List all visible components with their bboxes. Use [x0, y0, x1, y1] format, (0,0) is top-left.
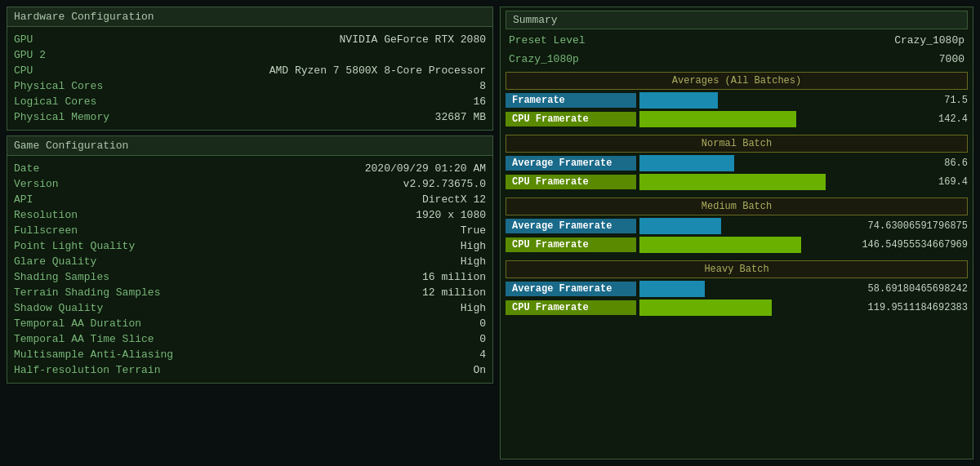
game-value: DirectX 12 — [422, 193, 486, 206]
game-row: Half-resolution TerrainOn — [14, 362, 486, 378]
game-value: High — [461, 255, 486, 268]
game-label: Temporal AA Time Slice — [14, 333, 154, 345]
crazy-value: 7000 — [939, 53, 964, 65]
game-value: 0 — [479, 333, 486, 345]
bar-fill — [639, 218, 721, 234]
hw-value: 16 — [473, 95, 486, 108]
bar-row: Average Framerate 86.6 — [506, 155, 968, 171]
right-panel: Summary Preset Level Crazy_1080p Crazy_1… — [500, 7, 973, 459]
hw-value: NVIDIA GeForce RTX 2080 — [340, 33, 486, 46]
game-value: 1920 x 1080 — [416, 209, 486, 221]
bar-label: CPU Framerate — [506, 300, 636, 315]
bar-row: Framerate 71.5 — [506, 92, 968, 109]
game-content: Date2020/09/29 01:20 AMVersionv2.92.7367… — [7, 156, 492, 383]
game-label: Version — [14, 178, 59, 190]
game-section: Game Configuration Date2020/09/29 01:20 … — [7, 135, 493, 384]
game-row: Terrain Shading Samples12 million — [14, 285, 486, 300]
game-row: Multisample Anti-Aliasing4 — [14, 347, 486, 362]
game-row: Temporal AA Time Slice0 — [14, 331, 486, 347]
game-value: High — [461, 302, 486, 314]
hw-value: 8 — [479, 80, 486, 92]
bar-fill — [639, 300, 772, 316]
bar-track — [639, 111, 826, 127]
bar-value: 169.4 — [829, 176, 968, 188]
game-value: High — [461, 240, 486, 252]
game-value: 16 million — [422, 271, 486, 283]
hardware-header: Hardware Configuration — [7, 7, 492, 27]
game-row: Temporal AA Duration0 — [14, 316, 486, 331]
bar-value: 58.69180465698242 — [829, 283, 968, 295]
normal-section: Normal Batch Average Framerate 86.6 CPU … — [506, 135, 968, 193]
bar-label: Average Framerate — [506, 219, 636, 233]
heavy-section: Heavy Batch Average Framerate 58.6918046… — [506, 260, 968, 318]
hw-label: GPU 2 — [14, 49, 46, 61]
normal-bars: Average Framerate 86.6 CPU Framerate 169… — [506, 155, 968, 190]
bar-fill — [639, 174, 826, 190]
hardware-row: Physical Cores8 — [14, 78, 486, 94]
bar-track — [639, 237, 826, 253]
game-label: Multisample Anti-Aliasing — [14, 348, 173, 361]
game-label: Temporal AA Duration — [14, 317, 141, 330]
hw-label: Logical Cores — [14, 95, 96, 108]
bar-fill — [639, 237, 801, 253]
medium-header: Medium Batch — [506, 197, 968, 215]
game-label: Point Light Quality — [14, 240, 135, 252]
hardware-row: GPUNVIDIA GeForce RTX 2080 — [14, 32, 486, 47]
bar-value: 142.4 — [829, 113, 968, 125]
game-row: Point Light QualityHigh — [14, 238, 486, 254]
bar-value: 74.63006591796875 — [829, 220, 968, 232]
heavy-header: Heavy Batch — [506, 260, 968, 278]
game-value: True — [461, 224, 486, 237]
heavy-bars: Average Framerate 58.69180465698242 CPU … — [506, 281, 968, 316]
hw-label: Physical Cores — [14, 80, 103, 92]
bar-row: Average Framerate 58.69180465698242 — [506, 281, 968, 297]
game-row: Date2020/09/29 01:20 AM — [14, 161, 486, 176]
game-header: Game Configuration — [7, 136, 492, 156]
game-value: 4 — [479, 348, 486, 361]
bar-track — [639, 300, 826, 316]
bar-value: 86.6 — [829, 158, 968, 169]
bar-track — [639, 155, 826, 171]
bar-label: CPU Framerate — [506, 237, 636, 252]
bar-fill — [639, 92, 718, 109]
summary-box: Summary Preset Level Crazy_1080p Crazy_1… — [500, 7, 973, 459]
bar-row: CPU Framerate 146.54955534667969 — [506, 237, 968, 253]
game-row: Resolution1920 x 1080 — [14, 207, 486, 223]
main-container: Hardware Configuration GPUNVIDIA GeForce… — [0, 0, 980, 466]
normal-header: Normal Batch — [506, 135, 968, 153]
hardware-content: GPUNVIDIA GeForce RTX 2080GPU 2CPUAMD Ry… — [7, 27, 492, 130]
game-label: Glare Quality — [14, 255, 96, 268]
game-label: Terrain Shading Samples — [14, 286, 160, 299]
game-row: FullscreenTrue — [14, 223, 486, 238]
hardware-section: Hardware Configuration GPUNVIDIA GeForce… — [7, 7, 493, 131]
game-row: Glare QualityHigh — [14, 254, 486, 269]
game-label: Date — [14, 162, 39, 175]
game-label: Shadow Quality — [14, 302, 103, 314]
averages-header: Averages (All Batches) — [506, 72, 968, 90]
game-row: Shadow QualityHigh — [14, 300, 486, 316]
hardware-row: Physical Memory32687 MB — [14, 109, 486, 125]
hw-value: 32687 MB — [435, 111, 486, 123]
game-row: Versionv2.92.73675.0 — [14, 176, 486, 192]
hardware-row: GPU 2 — [14, 47, 486, 63]
crazy-label: Crazy_1080p — [509, 53, 579, 65]
bar-track — [639, 92, 826, 109]
hw-label: CPU — [14, 64, 33, 77]
bar-value: 119.9511184692383 — [829, 302, 968, 313]
hw-label: Physical Memory — [14, 111, 109, 123]
hw-value: AMD Ryzen 7 5800X 8-Core Processor — [270, 64, 486, 77]
game-value: On — [473, 364, 486, 376]
bar-value: 146.54955534667969 — [829, 239, 968, 251]
averages-bars: Framerate 71.5 CPU Framerate 142.4 — [506, 92, 968, 127]
hardware-row: CPUAMD Ryzen 7 5800X 8-Core Processor — [14, 63, 486, 78]
bar-row: CPU Framerate 142.4 — [506, 111, 968, 127]
game-value: 0 — [479, 317, 486, 330]
bar-row: CPU Framerate 169.4 — [506, 174, 968, 190]
bar-label: CPU Framerate — [506, 175, 636, 189]
hw-label: GPU — [14, 33, 33, 46]
bar-fill — [639, 155, 734, 171]
bar-label: CPU Framerate — [506, 112, 636, 126]
bar-track — [639, 281, 826, 297]
medium-section: Medium Batch Average Framerate 74.630065… — [506, 197, 968, 255]
game-row: APIDirectX 12 — [14, 192, 486, 207]
